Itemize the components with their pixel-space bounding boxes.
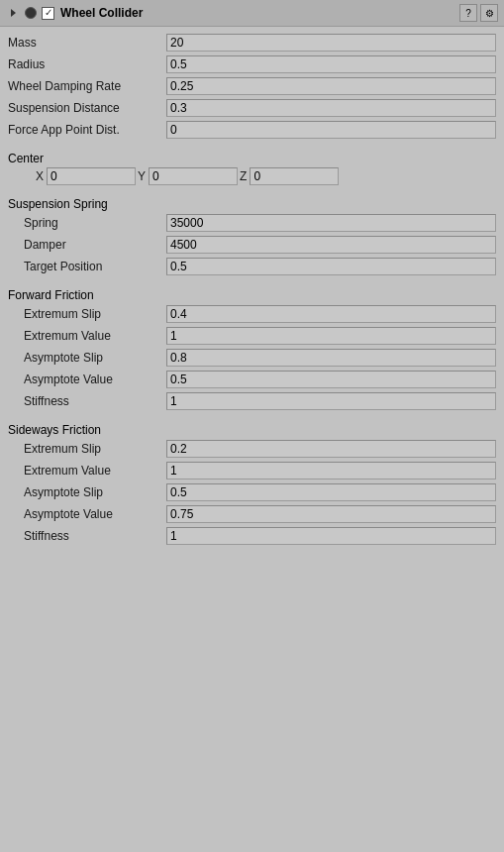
target-position-row: Target Position	[8, 257, 496, 276]
ff-asymptote-slip-row: Asymptote Slip	[8, 348, 496, 368]
ff-asymptote-value-input[interactable]	[166, 371, 496, 388]
ff-stiffness-label: Stiffness	[8, 394, 166, 408]
ff-extremum-value-label: Extremum Value	[8, 329, 166, 343]
wheel-damping-rate-input[interactable]	[166, 77, 496, 95]
ff-asymptote-slip-label: Asymptote Slip	[8, 351, 166, 365]
sf-asymptote-slip-input[interactable]	[166, 483, 496, 501]
spring-label: Spring	[8, 216, 166, 230]
center-title: Center	[8, 152, 496, 165]
ff-stiffness-row: Stiffness	[8, 391, 496, 411]
circle-icon[interactable]	[24, 6, 38, 20]
panel-body: Mass Radius Wheel Damping Rate Suspensio…	[0, 27, 504, 554]
ff-asymptote-value-row: Asymptote Value	[8, 370, 496, 389]
suspension-distance-label: Suspension Distance	[8, 101, 166, 115]
z-label: Z	[240, 169, 247, 183]
center-x-input[interactable]	[47, 167, 136, 185]
sf-extremum-value-label: Extremum Value	[8, 464, 166, 478]
sf-extremum-value-input[interactable]	[166, 462, 496, 479]
wheel-collider-panel: ✓ Wheel Collider ? ⚙ Mass Radius Wheel D…	[0, 0, 504, 554]
sf-asymptote-value-input[interactable]	[166, 505, 496, 523]
target-position-label: Target Position	[8, 260, 166, 273]
ff-stiffness-input[interactable]	[166, 392, 496, 410]
suspension-distance-input[interactable]	[166, 99, 496, 117]
sf-asymptote-value-row: Asymptote Value	[8, 504, 496, 524]
mass-label: Mass	[8, 36, 166, 50]
sf-extremum-slip-input[interactable]	[166, 440, 496, 458]
radius-input[interactable]	[166, 55, 496, 73]
panel-header: ✓ Wheel Collider ? ⚙	[0, 0, 504, 27]
radius-label: Radius	[8, 57, 166, 71]
damper-label: Damper	[8, 238, 166, 252]
ff-extremum-slip-label: Extremum Slip	[8, 307, 166, 321]
damper-row: Damper	[8, 235, 496, 255]
sideways-friction-title: Sideways Friction	[8, 423, 496, 437]
ff-extremum-value-input[interactable]	[166, 327, 496, 345]
mass-row: Mass	[8, 33, 496, 53]
sf-extremum-slip-label: Extremum Slip	[8, 442, 166, 456]
ff-extremum-value-row: Extremum Value	[8, 326, 496, 346]
ff-asymptote-slip-input[interactable]	[166, 349, 496, 367]
radius-row: Radius	[8, 54, 496, 74]
header-buttons: ? ⚙	[459, 4, 498, 22]
mass-input[interactable]	[166, 34, 496, 52]
sf-extremum-value-row: Extremum Value	[8, 461, 496, 480]
center-row: X Y Z	[8, 167, 496, 185]
damper-input[interactable]	[166, 236, 496, 254]
ff-extremum-slip-row: Extremum Slip	[8, 304, 496, 324]
panel-title: Wheel Collider	[58, 6, 455, 20]
xyz-group: X Y Z	[36, 167, 496, 185]
target-position-input[interactable]	[166, 258, 496, 275]
arrow-icon[interactable]	[6, 6, 20, 20]
y-label: Y	[138, 169, 146, 183]
ff-extremum-slip-input[interactable]	[166, 305, 496, 323]
sf-stiffness-label: Stiffness	[8, 529, 166, 543]
center-y-input[interactable]	[149, 167, 238, 185]
ff-asymptote-value-label: Asymptote Value	[8, 373, 166, 386]
settings-button[interactable]: ⚙	[480, 4, 498, 22]
force-app-point-dist-input[interactable]	[166, 121, 496, 139]
force-app-point-dist-row: Force App Point Dist.	[8, 120, 496, 140]
center-indent	[8, 169, 34, 183]
enabled-checkbox[interactable]: ✓	[42, 7, 54, 20]
suspension-spring-title: Suspension Spring	[8, 197, 496, 211]
wheel-damping-rate-row: Wheel Damping Rate	[8, 76, 496, 96]
forward-friction-title: Forward Friction	[8, 288, 496, 302]
sf-asymptote-slip-row: Asymptote Slip	[8, 482, 496, 502]
wheel-damping-rate-label: Wheel Damping Rate	[8, 79, 166, 93]
sf-asymptote-slip-label: Asymptote Slip	[8, 485, 166, 499]
center-z-input[interactable]	[250, 167, 339, 185]
suspension-distance-row: Suspension Distance	[8, 98, 496, 118]
x-label: X	[36, 169, 44, 183]
spring-row: Spring	[8, 213, 496, 233]
spring-input[interactable]	[166, 214, 496, 232]
sf-stiffness-row: Stiffness	[8, 526, 496, 546]
sf-asymptote-value-label: Asymptote Value	[8, 507, 166, 521]
help-button[interactable]: ?	[459, 4, 477, 22]
sf-stiffness-input[interactable]	[166, 527, 496, 545]
sf-extremum-slip-row: Extremum Slip	[8, 439, 496, 459]
force-app-point-dist-label: Force App Point Dist.	[8, 123, 166, 137]
